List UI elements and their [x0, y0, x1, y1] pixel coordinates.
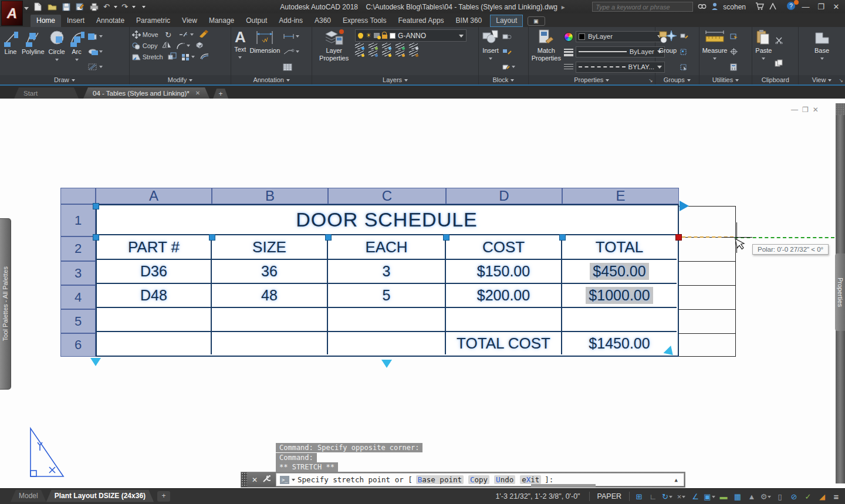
panel-label-block[interactable]: Block [479, 75, 528, 84]
copy-button[interactable]: Copy [131, 41, 158, 51]
mirror-icon[interactable] [162, 40, 171, 51]
base-flyout-caret-icon[interactable] [820, 57, 824, 62]
layer-dropdown[interactable]: ☀ G-ANNO [355, 29, 467, 42]
isodraft-icon[interactable]: × [675, 491, 688, 502]
door-schedule-table[interactable]: A B C D E 1 2 3 4 5 6 DOOR SCHEDULE PART… [60, 188, 679, 357]
table-grip[interactable] [325, 234, 332, 241]
polar-tracking-icon[interactable]: ↻ [661, 491, 674, 502]
workspace-switching-icon[interactable]: ⚙ [759, 491, 772, 502]
table-grip[interactable] [443, 234, 449, 241]
trim-button[interactable] [178, 30, 194, 40]
row-header-6[interactable]: 6 [60, 333, 96, 357]
dimension-button[interactable]: Dimension [248, 28, 281, 75]
table-grip[interactable] [559, 234, 566, 241]
layer-make-current-icon[interactable] [409, 43, 418, 49]
minimize-window-icon[interactable]: — [800, 2, 811, 11]
model-tab[interactable]: Model [11, 490, 46, 502]
open-file-icon[interactable] [47, 2, 57, 12]
lineweight-display-icon[interactable]: ▬ [717, 491, 730, 502]
performance-warning-icon[interactable]: ◢ [816, 491, 829, 502]
command-option-exit[interactable]: eXit [520, 475, 541, 484]
table-title-cell[interactable]: DOOR SCHEDULE [97, 205, 677, 235]
table-width-grip-icon[interactable] [680, 201, 694, 211]
table-grip[interactable] [93, 234, 99, 241]
close-command-bar-icon[interactable]: ✕ [252, 476, 258, 484]
linear-dimension-button[interactable] [283, 32, 299, 42]
table-cell[interactable]: $150.00 [446, 260, 562, 284]
table-grip[interactable] [209, 234, 215, 241]
tab-annotate[interactable]: Annotate [90, 15, 130, 27]
search-icon[interactable] [698, 2, 707, 12]
save-as-icon[interactable] [75, 2, 85, 12]
header-cell[interactable]: EACH [328, 235, 446, 260]
table-cell[interactable]: 36 [212, 260, 328, 284]
annotation-visibility-icon[interactable]: ▦ [731, 491, 744, 502]
copy-clip-icon[interactable] [775, 58, 783, 68]
object-snap-tracking-icon[interactable]: ∠ [689, 491, 702, 502]
line-button[interactable]: Line [2, 28, 19, 75]
hot-grip[interactable] [675, 234, 682, 241]
properties-dialog-launcher-icon[interactable]: ↘ [648, 77, 653, 83]
table-cell[interactable] [97, 332, 212, 354]
viewport-restore-icon[interactable]: ❐ [802, 106, 809, 114]
layout-tab-active[interactable]: Plant Layout DSIZE (24x36) [46, 490, 154, 502]
layer-freeze-icon[interactable] [382, 43, 391, 49]
table-grid[interactable]: DOOR SCHEDULE PART # SIZE EACH COST TOTA… [96, 204, 679, 357]
edit-attributes-icon[interactable] [502, 47, 515, 57]
tab-bim360[interactable]: BIM 360 [450, 15, 488, 27]
header-cell[interactable]: PART # [97, 235, 212, 260]
command-option-copy[interactable]: Copy [468, 475, 489, 484]
isolate-objects-icon[interactable]: ⊘ [787, 491, 800, 502]
tab-addins[interactable]: Add-ins [273, 15, 309, 27]
text-flyout-caret-icon[interactable] [238, 56, 242, 60]
layer-color-swatch[interactable] [390, 33, 396, 39]
explode-icon[interactable] [195, 40, 205, 51]
object-color-dropdown[interactable]: ByLayer [576, 31, 665, 42]
paper-space-toggle[interactable]: PAPER [593, 492, 626, 500]
circle-flyout-caret-icon[interactable] [55, 59, 59, 63]
table-cell-formula[interactable]: $1000.00 [562, 284, 677, 308]
array-button[interactable] [181, 52, 195, 62]
tab-parametric[interactable]: Parametric [130, 15, 176, 27]
ortho-mode-icon[interactable]: ∟ [647, 491, 660, 502]
insert-button[interactable]: Insert [481, 28, 501, 75]
table-cell-formula[interactable]: $450.00 [562, 260, 677, 284]
tab-a360[interactable]: A360 [309, 15, 337, 27]
layer-lock-tool-icon[interactable] [396, 43, 404, 49]
row-header-3[interactable]: 3 [60, 261, 96, 285]
panel-label-annotation[interactable]: Annotation [231, 75, 312, 84]
table-cell-total-value[interactable]: $1450.00 [562, 332, 677, 354]
horizontal-scrollbar-thumb[interactable] [531, 484, 596, 487]
table-cell[interactable] [328, 308, 446, 332]
command-option-undo[interactable]: Undo [494, 475, 515, 484]
layer-dropdown-caret-icon[interactable] [459, 35, 464, 40]
application-menu-button[interactable]: A [1, 1, 23, 26]
layer-isolate-icon[interactable] [355, 43, 364, 49]
fillet-button[interactable] [176, 41, 190, 51]
tab-view[interactable]: View [176, 15, 203, 27]
customization-menu-icon[interactable]: ≡ [830, 491, 843, 502]
signed-in-user[interactable]: scohen [723, 3, 746, 11]
text-button[interactable]: A Text [233, 28, 247, 75]
table-cell[interactable]: D36 [97, 260, 212, 284]
viewport-minimize-icon[interactable]: — [791, 106, 798, 114]
redo-icon[interactable]: ↷ [121, 3, 128, 11]
recent-commands-caret-icon[interactable] [292, 479, 295, 483]
layer-on-icon[interactable] [358, 33, 363, 38]
graphics-performance-icon[interactable]: ✓ [802, 491, 814, 502]
rotate-icon[interactable]: ↻ [163, 31, 174, 39]
file-tab-active-drawing[interactable]: 04 - Tables (Styles and Linking)* ✕ [83, 87, 209, 99]
table-cell[interactable] [562, 308, 677, 332]
measure-flyout-caret-icon[interactable] [713, 57, 716, 62]
lineweight-dropdown[interactable]: ByLayer [576, 46, 665, 57]
autoscale-annotation-icon[interactable]: ▲ [745, 491, 758, 502]
arc-button[interactable]: Arc [68, 28, 86, 75]
close-window-icon[interactable]: ✕ [831, 2, 841, 11]
linetype-dropdown[interactable]: BYLAY... [576, 62, 665, 73]
table-break-grip-icon[interactable] [381, 360, 392, 373]
ungroup-icon[interactable] [680, 32, 688, 42]
define-attributes-icon[interactable] [502, 62, 515, 72]
panel-label-utilities[interactable]: Utilities [699, 75, 752, 84]
save-icon[interactable] [61, 2, 71, 12]
insert-flyout-caret-icon[interactable] [489, 57, 492, 62]
